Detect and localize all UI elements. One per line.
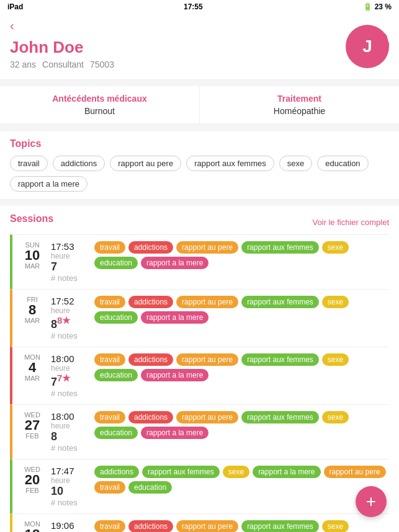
session-tag[interactable]: addictions	[128, 520, 173, 532]
session-notes-label: # notes	[51, 331, 88, 340]
session-tag[interactable]: education	[94, 427, 138, 439]
sessions-list: SUN 10 MAR 17:53 heure 7 # notes travail…	[10, 234, 389, 532]
session-tag[interactable]: rapport a la mere	[141, 427, 208, 439]
status-time: 17:55	[184, 2, 203, 11]
status-left: iPad	[7, 2, 23, 11]
battery-icon: 🔋	[363, 2, 372, 11]
session-tag[interactable]: education	[94, 257, 138, 269]
patient-name: John Doe	[10, 38, 114, 57]
session-notes-label: # notes	[51, 498, 88, 507]
medical-label-2: Traitement	[210, 94, 389, 104]
topic-tag[interactable]: travail	[10, 156, 48, 171]
medical-col-1: Antécédents médicaux Burnout	[0, 86, 200, 123]
session-tag[interactable]: travail	[94, 296, 125, 308]
session-tag[interactable]: sexe	[223, 466, 249, 478]
session-tag[interactable]: addictions	[94, 466, 139, 478]
session-tag[interactable]: rapport aux femmes	[142, 466, 220, 478]
session-time: 17:52	[51, 296, 88, 306]
session-tags: travailaddictionsrapport au pererapport …	[94, 411, 389, 439]
session-tag[interactable]: sexe	[322, 520, 349, 532]
patient-code: 75003	[90, 60, 114, 69]
patient-role: Consultant	[42, 60, 84, 69]
session-tag[interactable]: rapport au pere	[176, 353, 238, 366]
sessions-header: Sessions Voir le fichier complet	[10, 213, 389, 231]
session-time-info: 17:47 heure 10 # notes	[45, 466, 94, 507]
session-tags: addictionsrapport aux femmessexerapport …	[94, 466, 389, 494]
header: ‹ John Doe 32 ans Consultant 75003 J	[0, 14, 399, 80]
session-date: FRI 8 MAR	[20, 296, 45, 324]
session-month: FEB	[20, 487, 45, 494]
session-tag[interactable]: rapport au pere	[176, 411, 238, 423]
session-time: 18:00	[51, 353, 88, 364]
session-tag[interactable]: sexe	[322, 241, 349, 254]
session-tag[interactable]: rapport aux femmes	[241, 411, 319, 423]
session-heure: heure	[51, 306, 88, 315]
topic-tag[interactable]: rapport aux femmes	[186, 156, 274, 171]
session-tag[interactable]: travail	[94, 520, 125, 532]
session-tag[interactable]: rapport au pere	[176, 241, 238, 254]
fab-button[interactable]: +	[356, 486, 387, 517]
session-month: MAR	[20, 262, 45, 270]
session-row[interactable]: MON 4 MAR 18:00 heure 77★ # notes travai…	[10, 347, 389, 404]
topics-section: Topics travailaddictionsrapport au perer…	[0, 130, 399, 200]
session-tag[interactable]: addictions	[128, 296, 173, 308]
medical-col-2: Traitement Homéopathie	[200, 86, 399, 123]
topic-tag[interactable]: sexe	[279, 156, 312, 171]
session-tag[interactable]: education	[94, 369, 138, 381]
session-tag[interactable]: travail	[94, 411, 125, 423]
session-tag[interactable]: travail	[94, 241, 125, 254]
session-day-num: 27	[20, 419, 45, 432]
session-tag[interactable]: addictions	[128, 241, 173, 254]
session-tag[interactable]: travail	[94, 353, 125, 366]
topic-tag[interactable]: education	[317, 156, 368, 171]
topic-tag[interactable]: rapport au pere	[110, 156, 181, 171]
patient-meta: 32 ans Consultant 75003	[10, 60, 114, 69]
session-time: 17:47	[51, 466, 88, 476]
session-row[interactable]: MON 18 FEB 19:06 heure 82★ # notes trava…	[10, 513, 389, 532]
search-icon-button[interactable]	[375, 31, 390, 50]
session-tag[interactable]: addictions	[128, 411, 173, 423]
session-tag[interactable]: sexe	[322, 353, 349, 366]
session-tag[interactable]: rapport aux femmes	[241, 241, 319, 254]
session-note-count: 10	[51, 485, 88, 498]
session-notes-label: # notes	[51, 389, 88, 398]
session-tag[interactable]: rapport aux femmes	[241, 520, 319, 532]
voir-link[interactable]: Voir le fichier complet	[312, 218, 389, 227]
session-row[interactable]: SUN 10 MAR 17:53 heure 7 # notes travail…	[10, 234, 389, 289]
topic-tag[interactable]: rapport a la mere	[10, 176, 87, 192]
session-note-count: 88★	[51, 315, 88, 331]
session-notes-label: # notes	[51, 273, 88, 283]
session-tag[interactable]: rapport a la mere	[253, 466, 320, 478]
session-day-num: 10	[20, 249, 45, 262]
session-tag[interactable]: rapport au pere	[324, 466, 386, 478]
session-tag[interactable]: rapport aux femmes	[241, 296, 319, 308]
topics-tags: travailaddictionsrapport au pererapport …	[10, 156, 389, 192]
session-tag[interactable]: rapport a la mere	[141, 369, 208, 381]
topic-tag[interactable]: addictions	[53, 156, 105, 171]
session-tag[interactable]: rapport a la mere	[141, 257, 208, 269]
session-row[interactable]: FRI 8 MAR 17:52 heure 88★ # notes travai…	[10, 289, 389, 347]
session-time: 18:00	[51, 411, 88, 422]
session-day-num: 4	[20, 361, 45, 375]
session-row[interactable]: WED 27 FEB 18:00 heure 8 # notes travail…	[10, 404, 389, 459]
session-tag[interactable]: sexe	[322, 296, 349, 308]
session-month: MAR	[20, 317, 45, 324]
session-tag[interactable]: education	[128, 481, 172, 494]
session-tags: travailaddictionsrapport au pererapport …	[94, 353, 389, 381]
status-bar: iPad 17:55 🔋 23 %	[0, 0, 399, 14]
session-tag[interactable]: rapport aux femmes	[241, 353, 319, 366]
session-date: MON 4 MAR	[20, 353, 45, 382]
session-tag[interactable]: education	[94, 311, 138, 324]
session-note-count: 7	[51, 260, 88, 273]
session-tag[interactable]: rapport au pere	[176, 296, 238, 308]
session-month: MAR	[20, 375, 45, 382]
session-tag[interactable]: addictions	[128, 353, 173, 366]
patient-age: 32 ans	[10, 60, 36, 69]
session-row[interactable]: WED 20 FEB 17:47 heure 10 # notes addict…	[10, 459, 389, 513]
session-tag[interactable]: rapport a la mere	[141, 311, 208, 324]
session-tag[interactable]: sexe	[322, 411, 349, 423]
session-heure: heure	[51, 364, 88, 373]
session-tag[interactable]: travail	[94, 481, 125, 494]
back-button[interactable]: ‹	[10, 19, 114, 33]
session-tag[interactable]: rapport au pere	[176, 520, 238, 532]
